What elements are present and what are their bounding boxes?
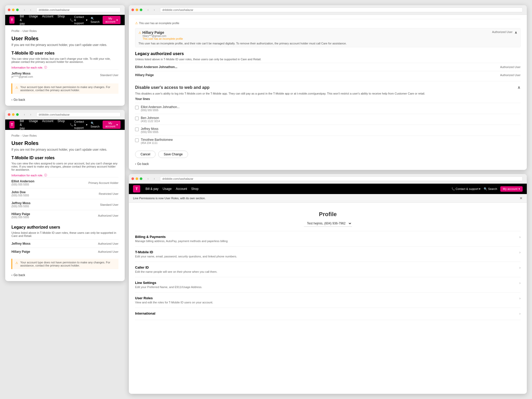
back-button-3[interactable]: ‹ <box>145 7 151 12</box>
breadcrumb-profile[interactable]: Profile <box>11 29 19 32</box>
nav-search-2[interactable]: 🔍 Search <box>91 122 100 128</box>
menu-tmobile-id[interactable]: T-Mobile ID Edit your name, email, passw… <box>135 246 521 262</box>
minimize-dot-4[interactable] <box>136 177 138 180</box>
hillary-expanded-row[interactable]: ⚠ Hillary Paige hilary***@gmail.com This… <box>135 28 521 47</box>
menu-caller-id-title: Caller ID <box>135 265 217 269</box>
profile-title: Profile <box>135 207 521 220</box>
maximize-dot-3[interactable] <box>140 9 142 11</box>
menu-tmobile-id-desc: Edit your name, email, password, securit… <box>135 255 237 258</box>
menu-billing-payments[interactable]: Billing & Payments Manage billing addres… <box>135 231 521 246</box>
back-button[interactable]: ‹ <box>22 7 27 12</box>
page-content-bottom-left: Profile › User Roles User Roles If you a… <box>5 130 125 281</box>
info-link-2[interactable]: Information for each role. ⓘ <box>11 173 118 177</box>
maximize-dot-2[interactable] <box>16 113 19 116</box>
nav-usage-2[interactable]: Usage <box>29 119 38 130</box>
page-content-right-top: ⚠ This user has an incomplete profile ⚠ … <box>129 15 527 170</box>
back-button-4[interactable]: ‹ <box>145 176 151 181</box>
browser-chrome-3: ‹ › dribbble.com/sashalazar <box>129 5 527 15</box>
notification-close-button[interactable]: ✕ <box>520 196 523 200</box>
nav-usage[interactable]: Usage <box>29 15 38 25</box>
minimize-dot[interactable] <box>12 9 15 11</box>
maximize-dot-4[interactable] <box>140 177 142 180</box>
user-phone-elliot: (555) 555 5555 <box>11 183 34 186</box>
menu-line-settings[interactable]: Line Settings Edit your Preferred Name, … <box>135 277 521 292</box>
menu-user-roles[interactable]: User Roles View and edit the roles for T… <box>135 292 521 308</box>
nav-account-4[interactable]: Account <box>176 187 187 191</box>
nav-shop-4[interactable]: Shop <box>191 187 198 191</box>
maximize-dot[interactable] <box>16 9 19 11</box>
collapse-disable-button[interactable]: ∧ <box>517 85 521 90</box>
close-dot[interactable] <box>8 9 10 11</box>
nav-contact-2[interactable]: 📞 Contact & support ▾ <box>70 120 87 129</box>
close-dot-3[interactable] <box>131 9 134 11</box>
user-name-elliot: Elliot Anderson <box>11 179 34 183</box>
user-row-jeffrey: Jeffrey Moss je*****@gmail.com Standard … <box>11 69 118 80</box>
user-row-johndoe: John Doe (555) 555 5555 Restricted User <box>11 188 118 199</box>
back-arrow-icon-2: ‹ <box>11 273 12 277</box>
url-bar-2[interactable]: dribbble.com/sashalazar <box>36 112 121 117</box>
nav-contact-4[interactable]: 📞 Contact & support ▾ <box>451 187 481 191</box>
disable-title: Disable user's access to web and app <box>135 85 210 90</box>
nav-shop[interactable]: Shop <box>57 15 65 25</box>
my-account-button-2[interactable]: My account ▾ <box>103 121 121 129</box>
info-link[interactable]: Information for each role. ⓘ <box>11 65 118 69</box>
forward-button-3[interactable]: › <box>152 7 157 12</box>
minimize-dot-3[interactable] <box>136 9 138 11</box>
nav-shop-2[interactable]: Shop <box>57 119 65 130</box>
line-checkbox-ben[interactable] <box>135 117 139 120</box>
legacy-name-jeffrey: Jeffrey Moss <box>11 242 30 245</box>
user-role-jeffrey-2: Standard User <box>100 203 118 206</box>
line-checkbox-timothee[interactable] <box>135 138 139 142</box>
back-arrow-icon: ‹ <box>11 98 12 102</box>
nav-bill-pay-4[interactable]: Bill & pay <box>145 187 158 191</box>
url-bar[interactable]: dribbble.com/sashalazar <box>36 8 121 12</box>
forward-button-4[interactable]: › <box>152 176 157 181</box>
nav-account-2[interactable]: Account <box>42 119 53 130</box>
go-back-right[interactable]: ‹ Go back <box>135 162 521 166</box>
expand-warning-icon: ⚠ <box>138 31 141 35</box>
browser-window-bottom-left: ‹ › dribbble.com/sashalazar T Bill & pay… <box>5 110 125 281</box>
menu-line-settings-desc: Edit your Preferred Name, and E911/Usage… <box>135 285 202 289</box>
nav-links-2: Bill & pay Usage Account Shop <box>20 119 65 130</box>
hillary-incomplete-label: This user has an incomplete profile <box>138 37 183 40</box>
menu-international[interactable]: International › <box>135 308 521 320</box>
collapse-hillary-button[interactable]: ∧ <box>515 30 517 35</box>
incomplete-label-top: This user has an incomplete profile <box>139 22 179 25</box>
breadcrumb-profile-2[interactable]: Profile <box>11 134 19 137</box>
legacy-section-right: Legacy authorized users Unless listed ab… <box>135 51 521 79</box>
forward-button[interactable]: › <box>28 7 33 12</box>
page-subtitle: If you are not the primary account holde… <box>11 43 118 47</box>
nav-bill-pay-2[interactable]: Bill & pay <box>20 119 25 130</box>
chevron-user-roles-icon: › <box>519 296 521 300</box>
menu-caller-id[interactable]: Caller ID Edit the name people will see … <box>135 262 521 277</box>
nav-usage-4[interactable]: Usage <box>163 187 172 191</box>
go-back-link[interactable]: ‹ Go back <box>11 98 118 102</box>
phone-select-dropdown[interactable]: Test hejmis, (604) 936-7962 <box>304 220 352 227</box>
nav-contact[interactable]: 📞 Contact & support ▾ <box>70 15 87 25</box>
close-dot-4[interactable] <box>131 177 134 180</box>
my-account-button[interactable]: My account ▾ <box>103 16 121 24</box>
nav-bill-pay[interactable]: Bill & pay <box>20 15 25 25</box>
browser-window-top-left: ‹ › dribbble.com/sashalazar T Bill & pay… <box>5 5 125 106</box>
close-dot-2[interactable] <box>8 113 10 116</box>
nav-account[interactable]: Account <box>42 15 53 25</box>
url-bar-3[interactable]: dribbble.com/sashalazar <box>160 8 523 12</box>
nav-search-4[interactable]: 🔍 Search <box>484 187 497 191</box>
minimize-dot-2[interactable] <box>12 113 15 116</box>
forward-button-2[interactable]: › <box>28 112 33 117</box>
info-icon: ⓘ <box>44 65 47 69</box>
save-change-button[interactable]: Save Change <box>158 151 188 158</box>
go-back-link-2[interactable]: ‹ Go back <box>11 273 118 277</box>
line-checkbox-jeffrey[interactable] <box>135 128 139 131</box>
warning-icon-2: ⚠ <box>15 261 18 265</box>
my-account-button-4[interactable]: My account ▾ <box>500 186 523 192</box>
line-checkbox-elliot[interactable] <box>135 106 139 109</box>
menu-tmobile-id-title: T-Mobile ID <box>135 250 237 254</box>
url-bar-4[interactable]: dribbble.com/sashalazar <box>160 176 523 181</box>
nav-search[interactable]: 🔍 Search <box>91 17 100 23</box>
legacy-elliot-role: Authorized User <box>500 65 521 69</box>
back-button-2[interactable]: ‹ <box>22 112 27 117</box>
browser-window-right-top: ‹ › dribbble.com/sashalazar ⚠ This user … <box>129 5 527 170</box>
cancel-button[interactable]: Cancel <box>135 151 156 158</box>
legacy-name-hillary: Hillary Paige <box>11 250 30 254</box>
